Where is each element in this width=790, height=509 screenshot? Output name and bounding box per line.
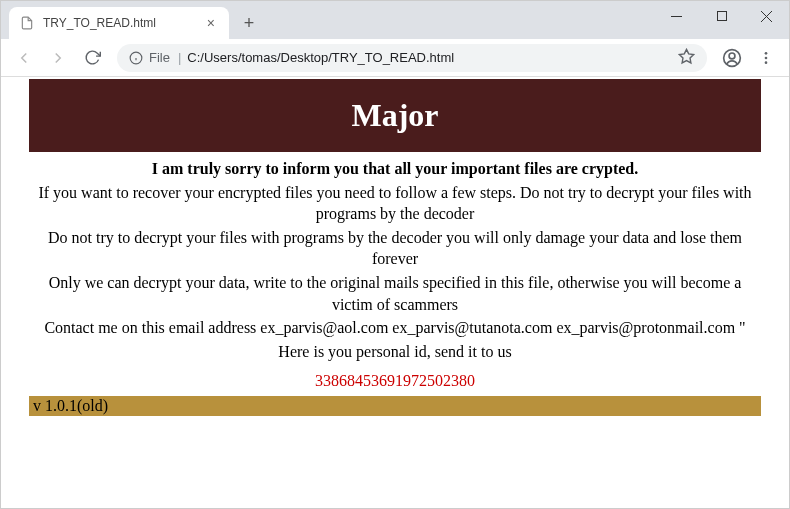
message-p3: Only we can decrypt your data, write to … xyxy=(29,272,761,315)
message-p2: Do not try to decrypt your files with pr… xyxy=(29,227,761,270)
personal-id: 33868453691972502380 xyxy=(29,372,761,390)
back-button[interactable] xyxy=(9,43,39,73)
file-icon xyxy=(19,15,35,31)
info-icon xyxy=(129,51,143,65)
active-tab[interactable]: TRY_TO_READ.html × xyxy=(9,7,229,39)
toolbar: File | C:/Users/tomas/Desktop/TRY_TO_REA… xyxy=(1,39,789,77)
svg-point-11 xyxy=(765,56,768,59)
tab-title: TRY_TO_READ.html xyxy=(43,16,203,30)
tab-strip: TRY_TO_READ.html × + xyxy=(1,1,263,39)
page-title-banner: Major xyxy=(29,79,761,152)
svg-marker-7 xyxy=(679,49,693,62)
message-bold: I am truly sorry to inform you that all … xyxy=(29,158,761,180)
menu-button[interactable] xyxy=(751,43,781,73)
url-separator: | xyxy=(178,50,181,65)
forward-button[interactable] xyxy=(43,43,73,73)
svg-point-9 xyxy=(729,53,735,59)
svg-rect-1 xyxy=(717,12,726,21)
close-tab-button[interactable]: × xyxy=(203,15,219,31)
close-window-button[interactable] xyxy=(744,1,789,31)
browser-window: TRY_TO_READ.html × + xyxy=(0,0,790,509)
message-p5: Here is you personal id, send it to us xyxy=(29,341,761,363)
maximize-button[interactable] xyxy=(699,1,744,31)
window-controls xyxy=(654,1,789,31)
new-tab-button[interactable]: + xyxy=(235,9,263,37)
svg-point-12 xyxy=(765,61,768,64)
file-badge: File xyxy=(129,50,170,65)
bookmark-star-icon[interactable] xyxy=(678,48,695,68)
svg-point-10 xyxy=(765,52,768,55)
version-bar: v 1.0.1(old) xyxy=(29,396,761,416)
page-content: Major I am truly sorry to inform you tha… xyxy=(1,77,789,508)
url-text: C:/Users/tomas/Desktop/TRY_TO_READ.html xyxy=(187,50,678,65)
title-bar: TRY_TO_READ.html × + xyxy=(1,1,789,39)
reload-button[interactable] xyxy=(77,43,107,73)
profile-button[interactable] xyxy=(717,43,747,73)
minimize-button[interactable] xyxy=(654,1,699,31)
message-p1: If you want to recover your encrypted fi… xyxy=(29,182,761,225)
ransom-message: I am truly sorry to inform you that all … xyxy=(29,158,761,362)
address-bar[interactable]: File | C:/Users/tomas/Desktop/TRY_TO_REA… xyxy=(117,44,707,72)
file-label: File xyxy=(149,50,170,65)
message-p4: Contact me on this email address ex_parv… xyxy=(29,317,761,339)
page-title: Major xyxy=(351,97,438,133)
